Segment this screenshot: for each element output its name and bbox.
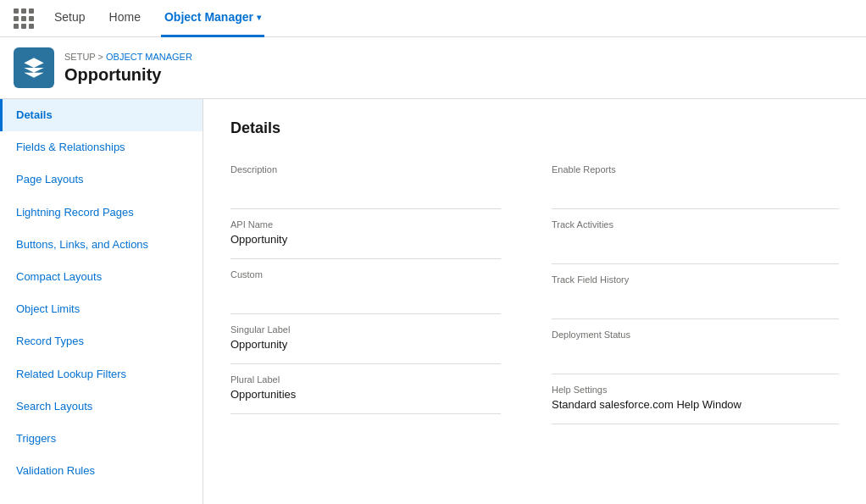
field-api-name-value: Opportunity — [230, 233, 501, 248]
details-right-col: Enable Reports Track Activities Track Fi… — [535, 154, 839, 424]
field-description: Description — [230, 154, 501, 209]
field-help-settings-value: Standard salesforce.com Help Window — [552, 398, 839, 413]
field-enable-reports: Enable Reports — [552, 154, 839, 209]
field-singular-label: Singular Label Opportunity — [230, 314, 501, 364]
field-track-field-history: Track Field History — [552, 264, 839, 319]
breadcrumb-setup: SETUP — [64, 52, 95, 62]
object-icon — [14, 47, 54, 88]
nav-object-manager[interactable]: Object Manager ▾ — [161, 0, 264, 37]
nav-home[interactable]: Home — [106, 0, 144, 37]
main-layout: Details Fields & Relationships Page Layo… — [0, 99, 866, 504]
breadcrumb-object-manager[interactable]: OBJECT MANAGER — [106, 52, 192, 62]
sidebar-item-fields-relationships[interactable]: Fields & Relationships — [0, 131, 203, 163]
sidebar-item-page-layouts[interactable]: Page Layouts — [0, 163, 203, 196]
field-enable-reports-value — [552, 178, 839, 198]
field-custom-value — [230, 283, 501, 303]
nav-setup[interactable]: Setup — [51, 0, 89, 37]
field-track-activities: Track Activities — [552, 209, 839, 264]
sidebar-item-search-layouts[interactable]: Search Layouts — [0, 390, 203, 423]
field-description-value — [230, 178, 501, 198]
field-deployment-status-value — [552, 343, 839, 363]
page-header: SETUP > OBJECT MANAGER Opportunity — [0, 37, 866, 99]
field-enable-reports-label: Enable Reports — [552, 164, 839, 174]
field-track-activities-label: Track Activities — [552, 219, 839, 230]
field-track-field-history-label: Track Field History — [552, 274, 839, 285]
sidebar-item-compact-layouts[interactable]: Compact Layouts — [0, 261, 203, 293]
sidebar-item-validation-rules[interactable]: Validation Rules — [0, 455, 203, 487]
sidebar-item-lightning-record-pages[interactable]: Lightning Record Pages — [0, 197, 203, 229]
app-launcher-button[interactable] — [14, 8, 34, 29]
sidebar-item-details[interactable]: Details — [0, 99, 203, 131]
field-track-field-history-value — [552, 288, 839, 308]
field-singular-label-label: Singular Label — [230, 324, 501, 335]
sidebar-item-related-lookup-filters[interactable]: Related Lookup Filters — [0, 358, 203, 390]
field-help-settings-label: Help Settings — [552, 385, 839, 395]
breadcrumb-separator: > — [98, 52, 106, 62]
top-nav: Setup Home Object Manager ▾ — [0, 0, 866, 37]
content-area: Details Description API Name Opportunity… — [203, 99, 866, 504]
header-text: SETUP > OBJECT MANAGER Opportunity — [64, 52, 192, 85]
content-title: Details — [230, 119, 839, 137]
sidebar: Details Fields & Relationships Page Layo… — [0, 99, 203, 504]
layers-icon — [22, 56, 46, 80]
field-plural-label-value: Opportunities — [230, 388, 501, 403]
field-deployment-status-label: Deployment Status — [552, 330, 839, 340]
page-title: Opportunity — [64, 65, 192, 85]
field-help-settings: Help Settings Standard salesforce.com He… — [552, 374, 839, 424]
field-track-activities-value — [552, 233, 839, 253]
sidebar-item-record-types[interactable]: Record Types — [0, 325, 203, 357]
field-custom: Custom — [230, 259, 501, 314]
field-description-label: Description — [230, 164, 501, 174]
field-plural-label-label: Plural Label — [230, 374, 501, 385]
breadcrumb: SETUP > OBJECT MANAGER — [64, 52, 192, 62]
details-grid: Description API Name Opportunity Custom … — [230, 154, 839, 424]
field-custom-label: Custom — [230, 269, 501, 280]
field-api-name-label: API Name — [230, 219, 501, 230]
object-manager-dropdown-icon: ▾ — [257, 13, 261, 22]
sidebar-item-buttons-links-actions[interactable]: Buttons, Links, and Actions — [0, 229, 203, 261]
sidebar-item-object-limits[interactable]: Object Limits — [0, 293, 203, 325]
field-api-name: API Name Opportunity — [230, 209, 501, 259]
field-plural-label: Plural Label Opportunities — [230, 364, 501, 414]
sidebar-item-triggers[interactable]: Triggers — [0, 423, 203, 455]
field-deployment-status: Deployment Status — [552, 319, 839, 374]
details-left-col: Description API Name Opportunity Custom … — [230, 154, 535, 424]
field-singular-label-value: Opportunity — [230, 338, 501, 353]
